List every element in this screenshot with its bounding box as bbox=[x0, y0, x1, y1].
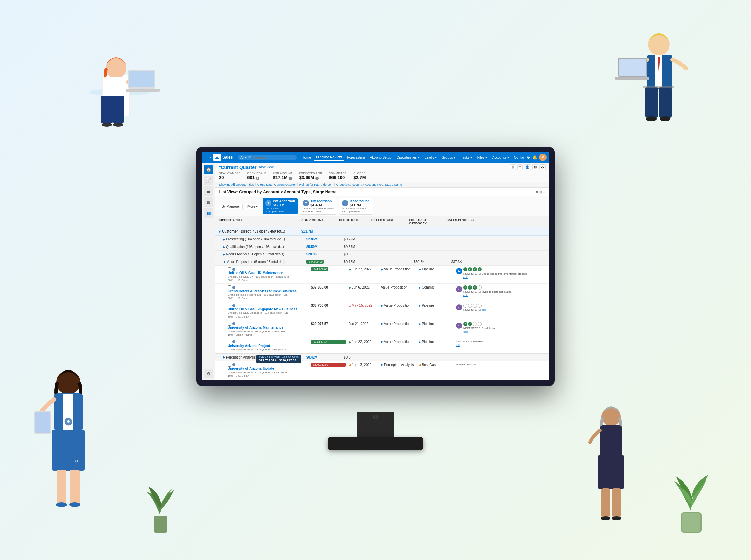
all-dropdown[interactable]: All ▾ bbox=[240, 156, 247, 159]
columns-btn[interactable]: ⊡ bbox=[532, 164, 538, 170]
sidebar-home-icon[interactable]: 🏠 bbox=[204, 165, 213, 174]
opp-sub-3: United Oil & Gas, Singapore · 184 days o… bbox=[228, 311, 310, 315]
close-date-icon-1: ◆ bbox=[349, 268, 352, 271]
opp-currency-6: 10% · U.S. Dollar bbox=[228, 374, 310, 377]
th-sales-process[interactable]: SALES PROCESS bbox=[445, 216, 547, 227]
settings-btn[interactable]: ⚙ bbox=[539, 164, 546, 170]
subgroup-value-prop-header[interactable]: ▼ Value Proposition (5 open / 5 total d.… bbox=[215, 258, 549, 266]
search-input[interactable] bbox=[253, 156, 294, 159]
nav-accounts[interactable]: Accounts ▾ bbox=[490, 155, 511, 160]
edit-link-1[interactable]: edit bbox=[463, 276, 468, 279]
opp-checkbox-2[interactable] bbox=[228, 285, 231, 289]
nav-files[interactable]: Files ▾ bbox=[475, 155, 490, 160]
group-header-row[interactable]: ▼ Customer - Direct (403 open / 450 tot.… bbox=[215, 227, 549, 236]
subgroup-arrow-1[interactable]: ▶ bbox=[223, 238, 225, 241]
opp-checkbox-5[interactable] bbox=[228, 340, 231, 344]
svg-rect-42 bbox=[154, 516, 167, 533]
rollup-filter[interactable]: Roll up for Pat Anderson bbox=[299, 183, 333, 186]
monitor-screen: ⋮⋮ ☁ Sales All ▾ 🔍 Home Pipeline Review … bbox=[202, 152, 549, 380]
subgroup-qualification[interactable]: ▶ Qualification (195 open / 195 total d.… bbox=[215, 243, 549, 251]
manager-pill-tim[interactable]: T Tim Morrison $4.37M Director of Channe… bbox=[300, 198, 337, 215]
nav-contacts[interactable]: Contacts ▾ bbox=[512, 155, 524, 160]
sidebar-people-icon[interactable]: 👥 bbox=[204, 208, 213, 218]
by-manager-btn[interactable]: By Manager bbox=[219, 204, 243, 209]
plant-right bbox=[669, 458, 713, 533]
add-link-3[interactable]: add bbox=[482, 308, 486, 311]
th-arr[interactable]: ARR AMOUNT ↓ bbox=[300, 216, 338, 227]
nav-pipeline-review[interactable]: Pipeline Review bbox=[314, 154, 344, 161]
manager-avatar-isaac: I bbox=[342, 200, 348, 206]
nav-forecasting[interactable]: Forecasting bbox=[345, 155, 367, 160]
nav-home[interactable]: Home bbox=[299, 155, 313, 160]
nav-tasks[interactable]: Tasks ▾ bbox=[458, 155, 474, 160]
list-view-title-bar: List View: Grouped by Account > Account … bbox=[215, 188, 549, 196]
opp-currency-1: 50% · U.S. Dollar bbox=[228, 279, 310, 282]
opp-name-link-5[interactable]: University Arizona Project bbox=[228, 344, 310, 348]
opp-arr-2: $37,300.00 bbox=[310, 285, 347, 290]
close-date-filter[interactable]: Close Date: Current Quarter bbox=[257, 183, 296, 186]
nav-akoonu[interactable]: Akoonu Setup bbox=[368, 155, 394, 160]
opp-name-link-4[interactable]: University of Arizona Maintenance bbox=[228, 326, 310, 330]
edit-link-4[interactable]: edit bbox=[463, 330, 468, 333]
settings-icon[interactable]: ⚙ bbox=[527, 155, 530, 160]
view-toggle-btn[interactable]: ≡ bbox=[517, 164, 523, 170]
opp-stage-3: ▶ Value Proposition bbox=[380, 303, 417, 308]
opp-name-link-6[interactable]: University of Arizona Update bbox=[228, 367, 310, 370]
nav-leads[interactable]: Leads ▾ bbox=[422, 155, 439, 160]
perception-expand-arrow[interactable]: ▶ bbox=[223, 355, 225, 359]
sidebar-settings-icon[interactable]: ⚙ bbox=[204, 369, 213, 378]
opp-checkbox-4[interactable] bbox=[228, 322, 231, 326]
opp-checkbox-1[interactable] bbox=[228, 267, 231, 271]
edit-link-5[interactable]: edit bbox=[456, 344, 460, 347]
opp-next-steps-3: A2 NEXT STE bbox=[455, 303, 547, 312]
user-avatar[interactable]: P bbox=[539, 154, 547, 161]
opp-stage-2: Value Proposition bbox=[380, 285, 417, 290]
manager-pill-isaac[interactable]: I Isaac Young $11.7M Sr. Director of Sto… bbox=[339, 198, 373, 215]
opp-name-link-3[interactable]: United Oil & Gas, Singapore New Business bbox=[228, 307, 310, 311]
subgroup-prospecting[interactable]: ▶ Prospecting (104 open / 104 total de..… bbox=[215, 236, 549, 243]
subgroup-stage-vp: $69.8K bbox=[412, 259, 450, 264]
filter-btn[interactable]: ⊟ bbox=[510, 164, 516, 170]
save-view-link[interactable]: save view bbox=[258, 165, 273, 169]
edit-link-2[interactable]: edit bbox=[463, 294, 468, 297]
th-sales-stage[interactable]: SALES STAGE bbox=[370, 216, 408, 227]
table-header: OPPORTUNITY ARR AMOUNT ↓ CLOSE DATE SALE… bbox=[215, 216, 549, 227]
subgroup-arrow-vp[interactable]: ▼ bbox=[223, 260, 226, 264]
perception-group-header[interactable]: ▶ Perception Analysis (3 open / 3 total … bbox=[215, 354, 549, 361]
group-expand-arrow[interactable]: ▼ bbox=[218, 230, 221, 233]
opp-checkbox-6[interactable] bbox=[228, 363, 231, 367]
subgroup-needs-analysis[interactable]: ▶ Needs Analysis (1 open / 1 total deals… bbox=[215, 251, 549, 258]
forecast-arrow-1: ▶ bbox=[419, 268, 421, 271]
subgroup-arrow-2[interactable]: ▶ bbox=[223, 245, 225, 249]
opp-name-link-2[interactable]: Grand Hotels & Resorts Ltd New Business bbox=[228, 289, 310, 293]
opp-forecast-3: ▶ Pipeline bbox=[417, 303, 455, 308]
nav-groups[interactable]: Groups ▾ bbox=[439, 155, 458, 160]
share-btn[interactable]: 👤 bbox=[524, 164, 531, 170]
opp-checkbox-3[interactable] bbox=[228, 304, 231, 307]
metric-value: 20 bbox=[219, 175, 240, 180]
svg-rect-39 bbox=[612, 488, 621, 517]
app-launcher-icon[interactable]: ⋮⋮ bbox=[204, 154, 212, 161]
sidebar-list-icon[interactable]: ☰ bbox=[204, 186, 213, 196]
subgroup-forecast-vp: $37.3K bbox=[450, 259, 547, 264]
notification-icon[interactable]: 🔔 bbox=[532, 155, 537, 160]
groupby-filter[interactable]: Group by: Account > Account Type, Stage … bbox=[336, 183, 402, 186]
manager-pill-pat[interactable]: P Pat Anderson $17.1M VP of Sales 603 op… bbox=[263, 198, 298, 214]
th-forecast[interactable]: FORECAST CATEGORY bbox=[408, 216, 445, 227]
th-opportunity[interactable]: OPPORTUNITY bbox=[218, 216, 300, 227]
filter-icon[interactable]: ⊟ bbox=[539, 190, 542, 194]
sidebar-chart-icon[interactable]: 📈 bbox=[204, 176, 213, 185]
nav-opportunities[interactable]: Opportunities ▾ bbox=[394, 155, 422, 160]
perception-amount: $0.42M bbox=[305, 355, 342, 360]
th-close-date[interactable]: CLOSE DATE bbox=[338, 216, 370, 227]
callback-tooltip: Call back in a few days bbox=[456, 340, 545, 343]
subgroup-arrow-3[interactable]: ▶ bbox=[223, 253, 225, 256]
showing-label[interactable]: Showing All Opportunities bbox=[219, 183, 254, 186]
opp-sub-1: United Oil & Gas, UK · 132 days open · S… bbox=[228, 275, 310, 279]
search-icon: 🔍 bbox=[248, 156, 252, 159]
more-actions[interactable]: ··· bbox=[543, 190, 546, 194]
sort-icon[interactable]: ⇅ bbox=[536, 190, 538, 194]
more-btn[interactable]: More ▾ bbox=[245, 204, 261, 209]
opp-name-link-1[interactable]: United Oil & Gas, UK Maintenance bbox=[228, 271, 310, 275]
sidebar-grid-icon[interactable]: ⊞ bbox=[204, 197, 213, 207]
